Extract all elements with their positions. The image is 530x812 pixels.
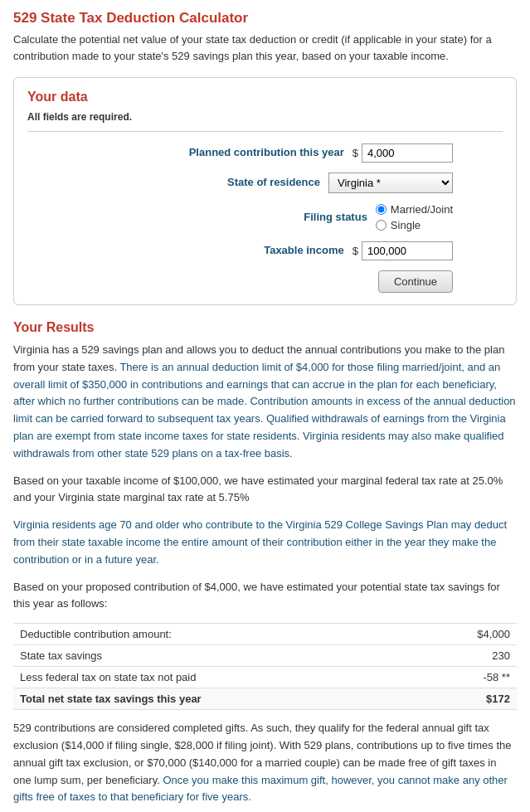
- contribution-row: Planned contribution this year $: [27, 143, 503, 163]
- table-cell-label: Deductible contribution amount:: [13, 624, 420, 645]
- contribution-dollar: $: [353, 147, 358, 159]
- results-p2: Based on your taxable income of $100,000…: [13, 473, 517, 508]
- table-cell-value: $4,000: [420, 624, 517, 645]
- table-cell-label: Less federal tax on state tax not paid: [13, 667, 420, 688]
- filing-row: Filing status Married/Joint Single: [27, 203, 503, 231]
- table-cell-value: -58 **: [420, 667, 517, 688]
- results-title: Your Results: [13, 320, 517, 335]
- taxable-income-row: Taxable income $: [27, 241, 503, 260]
- table-row: State tax savings 230: [13, 645, 517, 667]
- results-p4-text: Based on your proposed contribution of $…: [13, 581, 500, 610]
- results-p4: Based on your proposed contribution of $…: [13, 579, 517, 614]
- filing-radio-group: Married/Joint Single: [376, 203, 453, 231]
- results-p3-text: Virginia residents age 70 and older who …: [13, 518, 507, 566]
- gifts-highlight: Once you make this maximum gift, however…: [13, 774, 508, 804]
- state-label: State of residence: [187, 176, 320, 190]
- contribution-label: Planned contribution this year: [189, 146, 344, 160]
- your-data-title: Your data: [27, 90, 503, 105]
- continue-row: Continue: [27, 270, 503, 293]
- taxable-income-label: Taxable income: [212, 244, 344, 258]
- table-row: Less federal tax on state tax not paid -…: [13, 667, 517, 688]
- table-row-total: Total net state tax savings this year $1…: [13, 688, 517, 710]
- continue-button[interactable]: Continue: [378, 270, 453, 293]
- results-p1-highlight: There is an annual deduction limit of $4…: [13, 361, 516, 459]
- table-cell-label: State tax savings: [13, 645, 420, 667]
- results-p2-text: Based on your taxable income of $100,000…: [13, 474, 503, 504]
- contribution-input[interactable]: [362, 143, 453, 163]
- page-title: 529 State Tax Deduction Calculator: [13, 10, 517, 27]
- filing-single-label[interactable]: Single: [376, 219, 453, 231]
- table-total-label: Total net state tax savings this year: [13, 688, 420, 710]
- required-note: All fields are required.: [27, 111, 503, 132]
- table-cell-value: 230: [420, 645, 517, 667]
- gifts-footnote-text: 529 contributions are considered complet…: [13, 720, 517, 806]
- filing-married-radio[interactable]: [376, 204, 387, 215]
- state-select[interactable]: Virginia *: [328, 173, 453, 193]
- taxable-income-dollar: $: [353, 245, 358, 257]
- results-table: Deductible contribution amount: $4,000 S…: [13, 623, 517, 710]
- filing-single-text: Single: [391, 219, 421, 231]
- taxable-income-input[interactable]: [362, 241, 453, 260]
- filing-married-text: Married/Joint: [391, 203, 453, 216]
- results-p3: Virginia residents age 70 and older who …: [13, 517, 517, 568]
- your-data-section: Your data All fields are required. Plann…: [13, 77, 517, 305]
- filing-label: Filing status: [235, 211, 367, 225]
- table-total-value: $172: [420, 688, 517, 710]
- filing-married-label[interactable]: Married/Joint: [376, 203, 453, 216]
- results-p1: Virginia has a 529 savings plan and allo…: [13, 342, 517, 463]
- state-row: State of residence Virginia *: [27, 173, 503, 193]
- results-section: Your Results Virginia has a 529 savings …: [13, 320, 517, 812]
- table-row: Deductible contribution amount: $4,000: [13, 624, 517, 645]
- filing-single-radio[interactable]: [376, 220, 387, 231]
- intro-text: Calculate the potential net value of you…: [13, 32, 517, 64]
